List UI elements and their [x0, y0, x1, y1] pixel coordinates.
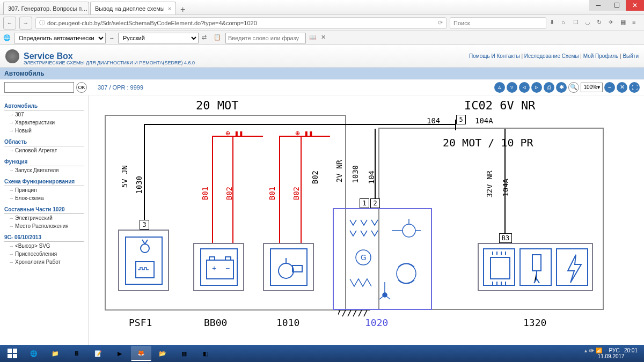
sidebar-item[interactable]: <Вьюэр> SVG	[4, 242, 84, 250]
print-button[interactable]: ⎙	[544, 82, 554, 93]
top-links: Помощь И Контакты | Исследование Схемы |…	[469, 53, 639, 59]
arrow-icon: →	[109, 35, 115, 41]
maximize-button[interactable]: ☐	[608, 0, 626, 11]
explorer-icon[interactable]: 📁	[45, 346, 65, 361]
tab-1[interactable]: Вывод на дисплее схемы×	[90, 2, 176, 14]
sidebar-item[interactable]: Новый	[4, 127, 84, 135]
settings-button[interactable]: ✱	[556, 82, 567, 93]
tab-0[interactable]: 307. Генератор. Вопросы п…×	[3, 2, 89, 14]
wire-red	[212, 136, 213, 243]
sidebar-item[interactable]: Приспособления	[4, 250, 84, 258]
nav-down-button[interactable]: ▿	[507, 82, 517, 93]
sidebar-item[interactable]: Силовой Агрегат	[4, 146, 84, 154]
copy-icon[interactable]: 📋	[214, 34, 222, 42]
detect-lang-select[interactable]: Определить автоматически	[14, 33, 106, 43]
label-1010: 1010	[276, 318, 299, 328]
sidebar-item[interactable]: Электрический	[4, 214, 84, 222]
notes-icon[interactable]: 📝	[88, 346, 108, 361]
wire-5v-jn: 5V JN	[121, 165, 128, 188]
wire-32v-nr: 32V NR	[486, 171, 493, 198]
home-icon[interactable]: ⌂	[561, 19, 570, 27]
component-1020[interactable]: G	[333, 208, 432, 310]
wire-red	[232, 136, 233, 243]
wire	[144, 124, 145, 220]
sync-icon[interactable]: ↻	[597, 19, 605, 27]
sidebar-item[interactable]: Характеристики	[4, 119, 84, 127]
link-research[interactable]: Исследование Схемы	[524, 53, 579, 59]
close-button[interactable]: ✕	[626, 0, 644, 11]
diagram-canvas[interactable]: 20 MOT IC02 6V NR 104 104A 5 20 MOT / 10…	[89, 95, 644, 345]
dict-icon[interactable]: 📖	[309, 34, 318, 42]
zoom-reset-button[interactable]: ✕	[617, 82, 627, 93]
firefox-icon[interactable]: 🦊	[131, 346, 151, 361]
wire-2v-nr: 2V NR	[335, 160, 343, 182]
close-icon[interactable]: ×	[168, 5, 171, 12]
pin-3: 3	[140, 220, 149, 230]
start-button[interactable]	[2, 346, 23, 361]
link-help[interactable]: Помощь И Контакты	[469, 53, 520, 59]
svg-text:+: +	[212, 264, 216, 272]
sidebar-item[interactable]: Место Расположения	[4, 222, 84, 230]
sidebar-item[interactable]: Запуск Двигателя	[4, 166, 84, 174]
download-icon[interactable]: ⬇	[550, 19, 558, 27]
sidebar-item[interactable]: Блок-схема	[4, 194, 84, 202]
totalcmd-icon[interactable]: ▦	[174, 346, 194, 361]
url-input[interactable]: ⓘdoc.peugeot-club.by/Sdr/selectSchemaByC…	[35, 17, 447, 29]
forward-button[interactable]: →	[19, 17, 32, 29]
wire-b02: B02	[225, 187, 233, 200]
translate-input[interactable]	[225, 33, 306, 43]
breadcrumb: 307 / OPR : 9999	[98, 84, 143, 91]
pin-1: 1	[360, 198, 369, 208]
component-psf1[interactable]	[118, 230, 169, 291]
target-lang-select[interactable]: Русский	[118, 33, 199, 43]
search-input[interactable]	[450, 17, 546, 29]
wire	[504, 129, 506, 233]
nav-up-button[interactable]: ▵	[494, 82, 505, 93]
peugeot-logo	[5, 49, 19, 63]
addon-icon[interactable]: ▦	[620, 19, 629, 27]
tray-clock[interactable]: ▴ 🕪 📶 РУС 20:0111.09.2017	[580, 348, 642, 359]
app-icon[interactable]: ◧	[195, 346, 216, 361]
calc-icon[interactable]: 🖩	[67, 346, 87, 361]
sidebar-group: Составные Части 1020	[4, 206, 84, 214]
ie-icon[interactable]: 🌐	[24, 346, 44, 361]
zoom-fit-button[interactable]: 🔍	[568, 82, 579, 93]
swap-icon[interactable]: ⇄	[202, 34, 210, 42]
link-logout[interactable]: Выйти	[623, 53, 639, 59]
junction-5: 5	[456, 115, 466, 124]
media-icon[interactable]: ▶	[109, 346, 130, 361]
menu-icon[interactable]: ≡	[632, 19, 641, 27]
vehicle-input[interactable]	[4, 82, 74, 93]
nav-right-button[interactable]: ▹	[531, 82, 542, 93]
clear-icon[interactable]: ✕	[321, 34, 330, 42]
bookmark-icon[interactable]: ☐	[573, 19, 582, 27]
component-1320[interactable]	[478, 243, 593, 291]
share-icon[interactable]: ✈	[609, 19, 617, 27]
sidebar-item[interactable]: Принцип	[4, 186, 84, 194]
fullscreen-button[interactable]: ⛶	[629, 82, 640, 93]
ok-button[interactable]: OK	[76, 82, 87, 93]
component-1010[interactable]	[263, 243, 314, 291]
app-header: Service Box ЭЛЕКТРИЧЕСКИЕ СХЕМЫ ДЛЯ ДИАГ…	[0, 45, 644, 68]
wire-1030b: 1030	[352, 165, 359, 183]
sidebar-group: Область	[4, 139, 84, 146]
link-profile[interactable]: Мой Профиль	[583, 53, 619, 59]
sidebar-item[interactable]: Хронология Работ	[4, 258, 84, 266]
zoom-out-button[interactable]: −	[604, 82, 615, 93]
back-button[interactable]: ←	[3, 17, 16, 29]
minimize-button[interactable]: ─	[589, 0, 608, 11]
nav-left-button[interactable]: ◃	[519, 82, 530, 93]
component-bb00[interactable]: +−	[193, 243, 244, 291]
folder-icon[interactable]: 📂	[152, 346, 173, 361]
new-tab-button[interactable]: +	[177, 5, 188, 14]
zoom-level[interactable]: 100% ▾	[581, 83, 603, 92]
sidebar-item[interactable]: 307	[4, 110, 84, 119]
translate-bar: 🌐 Определить автоматически → Русский ⇄ 📋…	[0, 31, 644, 45]
wire-104: 104	[368, 171, 375, 184]
node-104a: 104A	[475, 117, 493, 124]
wire-red	[301, 136, 302, 243]
svg-rect-23	[8, 349, 12, 353]
pocket-icon[interactable]: ◡	[585, 19, 594, 27]
svg-line-20	[364, 310, 367, 316]
svg-text:G: G	[361, 253, 367, 262]
